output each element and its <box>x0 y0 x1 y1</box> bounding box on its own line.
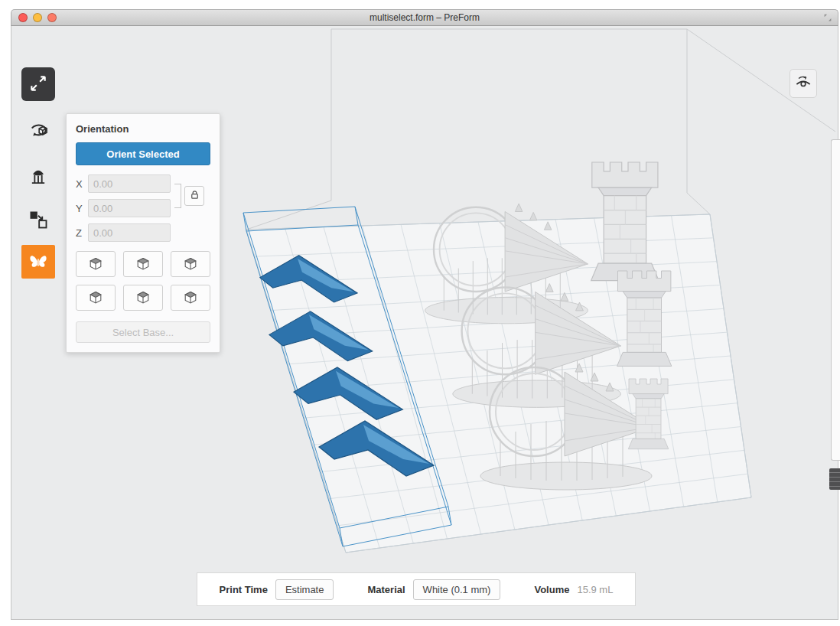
cube-orientation-button-5[interactable] <box>123 285 163 311</box>
panel-title: Orientation <box>76 123 210 135</box>
layout-icon <box>28 209 49 233</box>
layout-tool-button[interactable] <box>21 204 55 237</box>
axis-x-label: X <box>76 178 88 190</box>
material-label: Material <box>367 584 405 595</box>
orientation-tool-button[interactable] <box>21 115 55 148</box>
cube-orientation-button-1[interactable] <box>76 251 116 277</box>
slider-grip-handle[interactable] <box>829 468 840 490</box>
axis-inputs: X Y Z <box>76 174 210 242</box>
estimate-button[interactable]: Estimate <box>275 579 334 600</box>
butterfly-icon <box>28 250 49 274</box>
orient-selected-button[interactable]: Orient Selected <box>76 142 210 165</box>
cube-orientation-icon <box>88 290 103 305</box>
view-rotate-icon <box>793 73 813 95</box>
cube-orientation-icon <box>135 290 151 305</box>
lock-axes-button[interactable] <box>184 186 204 206</box>
axis-y-label: Y <box>76 203 88 214</box>
cube-orientation-icon <box>183 256 198 272</box>
title-bar: multiselect.form – PreForm <box>11 9 838 26</box>
cube-orientation-button-4[interactable] <box>76 285 116 311</box>
scale-tool-button[interactable] <box>21 67 55 101</box>
supports-icon <box>28 166 49 190</box>
expand-icon <box>28 73 48 96</box>
window-title: multiselect.form – PreForm <box>11 10 838 25</box>
lock-icon <box>189 189 200 203</box>
axis-x-input[interactable] <box>88 174 171 193</box>
view-options-button[interactable] <box>790 69 817 98</box>
axis-row-z: Z <box>76 223 210 242</box>
volume-value: 15.9 mL <box>577 584 613 595</box>
print-time-label: Print Time <box>220 584 268 595</box>
cube-orientation-icon <box>88 256 103 272</box>
cube-orientation-button-3[interactable] <box>171 251 210 277</box>
multiselect-tool-button[interactable] <box>21 245 55 279</box>
fullscreen-icon[interactable] <box>822 12 834 24</box>
print-status-bar: Print Time Estimate Material White (0.1 … <box>197 572 636 606</box>
axis-z-label: Z <box>76 227 88 239</box>
material-select-button[interactable]: White (0.1 mm) <box>413 579 501 600</box>
orientation-panel: Orientation Orient Selected X Y Z <box>66 113 220 353</box>
axis-z-input[interactable] <box>88 223 171 242</box>
axis-y-input[interactable] <box>88 199 171 217</box>
lock-bracket <box>174 184 181 208</box>
cube-orientation-button-6[interactable] <box>171 285 210 311</box>
select-base-button[interactable]: Select Base... <box>76 321 210 343</box>
cube-orientation-icon <box>135 256 151 272</box>
cube-orientation-grid <box>76 251 210 311</box>
cube-orientation-button-2[interactable] <box>123 251 163 277</box>
layer-slider-track[interactable] <box>831 139 840 461</box>
cube-orientation-icon <box>183 290 198 305</box>
supports-tool-button[interactable] <box>21 161 55 194</box>
orient-icon <box>28 120 49 144</box>
volume-label: Volume <box>534 584 569 595</box>
